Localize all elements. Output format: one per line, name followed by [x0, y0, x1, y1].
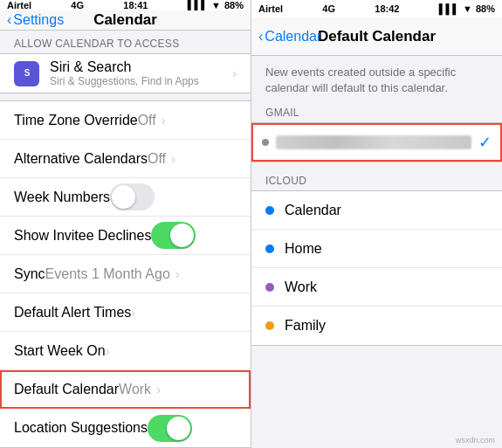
siri-label: Siri & Search: [50, 59, 232, 75]
siri-icon: S: [14, 61, 39, 86]
left-nav-title: Calendar: [93, 11, 157, 29]
right-description: New events created outside a specific ca…: [251, 56, 502, 101]
siri-section: S Siri & Search Siri & Suggestions, Find…: [0, 53, 251, 93]
icloud-list: Calendar Home Work Family: [251, 190, 502, 346]
default-calendar-value: Work: [119, 382, 151, 397]
icloud-section-header: ICLOUD: [251, 169, 502, 190]
gmail-list: ✓: [251, 122, 502, 162]
timezone-chevron-icon: ›: [162, 114, 166, 128]
right-back-button[interactable]: ‹ Calendar: [258, 29, 321, 45]
sync-value: Events 1 Month Ago: [45, 266, 170, 282]
right-network: 4G: [322, 3, 335, 14]
left-status-bar: Airtel 4G 18:41 ▌▌▌ ▼ 88%: [0, 0, 251, 10]
timezone-item[interactable]: Time Zone Override Off ›: [0, 101, 251, 140]
family-dot-icon: [265, 321, 274, 330]
gmail-dot: [262, 139, 269, 146]
right-carrier: Airtel: [258, 3, 283, 14]
alert-times-item[interactable]: Default Alert Times ›: [0, 293, 251, 332]
start-week-label: Start Week On: [14, 343, 106, 359]
alert-times-chevron-icon: ›: [131, 306, 135, 320]
default-calendar-label: Default Calendar: [14, 382, 119, 397]
alert-times-label: Default Alert Times: [14, 305, 131, 320]
start-week-item[interactable]: Start Week On ›: [0, 332, 251, 370]
right-back-label: Calendar: [265, 29, 321, 45]
left-time: 18:41: [123, 0, 148, 10]
week-numbers-toggle[interactable]: [110, 183, 155, 210]
alt-calendars-chevron-icon: ›: [171, 152, 175, 166]
invitee-declines-toggle[interactable]: [151, 222, 196, 249]
calendar-dot-icon: [265, 206, 274, 215]
location-suggestions-toggle[interactable]: [148, 415, 192, 442]
icloud-calendar-item[interactable]: Calendar: [251, 191, 502, 230]
invitee-declines-item[interactable]: Show Invitee Declines: [0, 217, 251, 255]
right-signal-icon: ▌▌▌: [439, 3, 459, 14]
right-chevron-icon: ‹: [258, 29, 263, 45]
wifi-icon: ▼: [211, 0, 221, 10]
alt-calendars-label: Alternative Calendars: [14, 151, 148, 167]
icloud-home-label: Home: [285, 241, 488, 257]
right-status-icons: ▌▌▌ ▼ 88%: [439, 3, 495, 14]
alt-calendars-item[interactable]: Alternative Calendars Off ›: [0, 140, 251, 178]
invitee-declines-label: Show Invitee Declines: [14, 228, 151, 244]
right-nav-bar: ‹ Calendar Default Calendar: [251, 17, 502, 56]
icloud-work-label: Work: [285, 279, 488, 295]
siri-item[interactable]: S Siri & Search Siri & Suggestions, Find…: [0, 54, 251, 93]
icloud-home-item[interactable]: Home: [251, 230, 502, 268]
gmail-checkmark-icon: ✓: [478, 133, 492, 152]
default-calendar-chevron-icon: ›: [156, 383, 161, 396]
right-battery-icon: 88%: [476, 3, 495, 14]
left-back-label: Settings: [13, 12, 64, 28]
right-status-bar: Airtel 4G 18:42 ▌▌▌ ▼ 88%: [251, 0, 502, 17]
location-suggestions-item[interactable]: Location Suggestions: [0, 409, 251, 447]
right-panel: Airtel 4G 18:42 ▌▌▌ ▼ 88% ‹ Calendar Def…: [251, 0, 502, 448]
week-numbers-toggle-knob: [112, 185, 135, 209]
icloud-family-item[interactable]: Family: [251, 307, 502, 345]
left-status-icons: ▌▌▌ ▼ 88%: [188, 0, 244, 10]
left-carrier: Airtel: [7, 0, 31, 10]
location-suggestions-toggle-knob: [167, 417, 190, 440]
icloud-family-label: Family: [285, 318, 488, 334]
gmail-section-header: GMAIL: [251, 101, 502, 122]
start-week-chevron-icon: ›: [106, 344, 110, 358]
location-suggestions-label: Location Suggestions: [14, 420, 148, 436]
svg-text:S: S: [24, 68, 30, 78]
sync-chevron-icon: ›: [175, 267, 180, 281]
invitee-declines-toggle-knob: [170, 224, 194, 247]
default-calendar-item[interactable]: Default Calendar Work ›: [0, 370, 251, 409]
watermark: wsxdn.com: [456, 436, 495, 445]
timezone-label: Time Zone Override: [14, 113, 138, 128]
sync-item[interactable]: Sync Events 1 Month Ago ›: [0, 255, 251, 293]
signal-icon: ▌▌▌: [188, 0, 208, 10]
home-dot-icon: [265, 245, 274, 253]
left-section-header: ALLOW CALENDAR TO ACCESS: [0, 31, 251, 53]
timezone-value: Off: [138, 113, 156, 128]
left-nav-bar: ‹ Settings Calendar: [0, 10, 251, 31]
battery-icon: 88%: [224, 0, 244, 10]
left-chevron-icon: ‹: [7, 12, 11, 28]
siri-content: Siri & Search Siri & Suggestions, Find i…: [50, 59, 232, 87]
gmail-account-blurred: [276, 135, 471, 149]
work-dot-icon: [265, 283, 274, 292]
icloud-calendar-label: Calendar: [285, 203, 488, 218]
left-back-button[interactable]: ‹ Settings: [7, 12, 64, 28]
gmail-item[interactable]: ✓: [251, 123, 502, 162]
settings-list: Time Zone Override Off › Alternative Cal…: [0, 100, 251, 448]
right-time: 18:42: [375, 3, 399, 14]
week-numbers-label: Week Numbers: [14, 190, 110, 205]
right-nav-title: Default Calendar: [318, 28, 436, 45]
siri-chevron-icon: ›: [232, 66, 237, 80]
siri-sublabel: Siri & Suggestions, Find in Apps: [50, 75, 232, 87]
icloud-work-item[interactable]: Work: [251, 268, 502, 307]
sync-label: Sync: [14, 266, 45, 282]
left-panel: Airtel 4G 18:41 ▌▌▌ ▼ 88% ‹ Settings Cal…: [0, 0, 251, 448]
left-network: 4G: [71, 0, 84, 10]
week-numbers-item[interactable]: Week Numbers: [0, 178, 251, 217]
alt-calendars-value: Off: [148, 151, 166, 167]
right-wifi-icon: ▼: [463, 3, 472, 14]
